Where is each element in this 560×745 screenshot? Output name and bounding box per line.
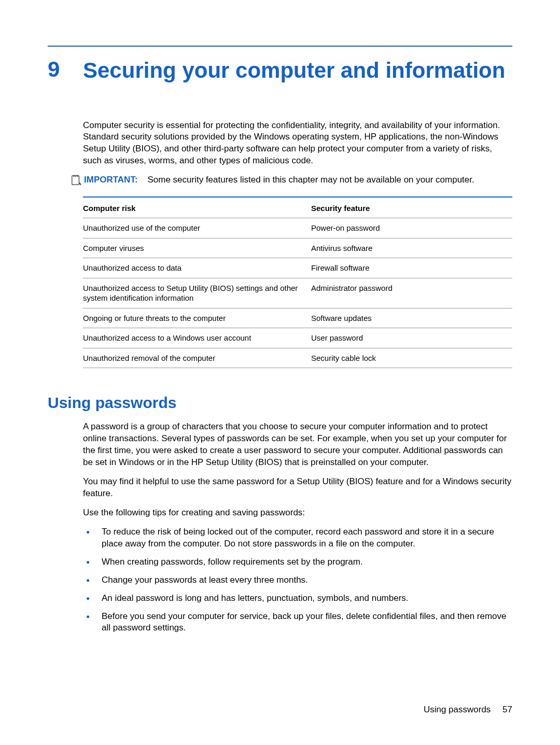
section-paragraph-3: Use the following tips for creating and … <box>83 507 512 519</box>
tips-list: To reduce the risk of being locked out o… <box>83 526 512 635</box>
cell-risk: Unauthorized removal of the computer <box>83 353 311 363</box>
svg-rect-3 <box>77 175 78 177</box>
table-row: Unauthorized access to a Windows user ac… <box>83 328 512 348</box>
table-row: Ongoing or future threats to the compute… <box>83 308 512 329</box>
cell-risk: Unauthorized access to a Windows user ac… <box>83 333 311 343</box>
cell-feature: Security cable lock <box>311 353 512 363</box>
list-item: An ideal password is long and has letter… <box>83 593 512 605</box>
important-icon <box>71 175 82 186</box>
chapter-title: Securing your computer and information <box>83 57 505 85</box>
section-paragraph-1: A password is a group of characters that… <box>83 421 512 469</box>
table-header: Computer risk Security feature <box>83 198 512 218</box>
section-paragraph-2: You may find it helpful to use the same … <box>83 476 512 500</box>
svg-rect-0 <box>72 176 79 185</box>
cell-risk: Unauthorized use of the computer <box>83 223 311 233</box>
cell-feature: Firewall software <box>311 263 512 273</box>
page-footer: Using passwords 57 <box>424 705 512 715</box>
important-text <box>140 175 147 185</box>
list-item: Before you send your computer for servic… <box>83 611 512 635</box>
svg-rect-2 <box>75 175 76 177</box>
list-item: Change your passwords at least every thr… <box>83 574 512 586</box>
cell-feature: Power-on password <box>311 223 512 233</box>
chapter-heading: 9 Securing your computer and information <box>48 57 512 85</box>
chapter-number: 9 <box>48 57 83 82</box>
header-risk: Computer risk <box>83 204 311 213</box>
cell-feature: Antivirus software <box>311 243 512 254</box>
table-row: Unauthorized removal of the computer Sec… <box>83 348 512 369</box>
cell-feature: User password <box>311 333 512 343</box>
table-row: Computer viruses Antivirus software <box>83 238 512 259</box>
cell-risk: Computer viruses <box>83 243 311 254</box>
cell-feature: Software updates <box>311 313 512 324</box>
cell-risk: Ongoing or future threats to the compute… <box>83 313 311 324</box>
cell-feature: Administrator password <box>311 283 512 303</box>
important-label: IMPORTANT: <box>84 175 138 185</box>
svg-rect-1 <box>74 175 75 177</box>
table-row: Unauthorized access to data Firewall sof… <box>83 258 512 278</box>
section-heading: Using passwords <box>48 394 512 412</box>
cell-risk: Unauthorized access to Setup Utility (BI… <box>83 283 311 303</box>
page-number: 57 <box>502 705 512 714</box>
footer-label: Using passwords <box>424 705 491 714</box>
important-body: Some security features listed in this ch… <box>147 175 474 185</box>
risk-feature-table: Computer risk Security feature Unauthori… <box>83 196 512 368</box>
header-feature: Security feature <box>311 204 512 213</box>
table-row: Unauthorized access to Setup Utility (BI… <box>83 278 512 308</box>
list-item: To reduce the risk of being locked out o… <box>83 526 512 550</box>
list-item: When creating passwords, follow requirem… <box>83 556 512 568</box>
table-row: Unauthorized use of the computer Power-o… <box>83 218 512 238</box>
intro-paragraph: Computer security is essential for prote… <box>83 120 512 167</box>
important-note: IMPORTANT: Some security features listed… <box>71 174 512 186</box>
cell-risk: Unauthorized access to data <box>83 263 311 273</box>
